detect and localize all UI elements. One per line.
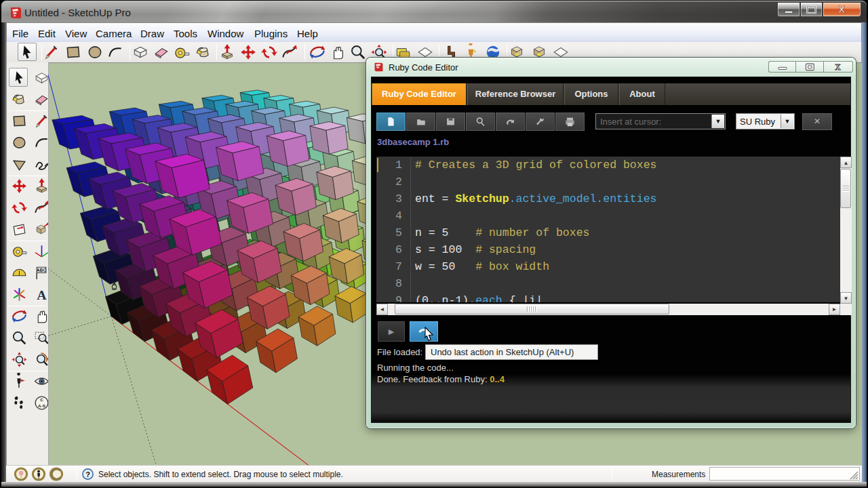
svg-text:X: X [838, 4, 845, 15]
svg-text:?: ? [85, 470, 90, 479]
svg-text:C: C [40, 397, 43, 402]
svg-text:ABC: ABC [37, 268, 47, 272]
svg-text:A: A [37, 287, 47, 302]
svg-text:A-S: A-S [38, 403, 45, 408]
svg-text:X: X [835, 62, 841, 72]
